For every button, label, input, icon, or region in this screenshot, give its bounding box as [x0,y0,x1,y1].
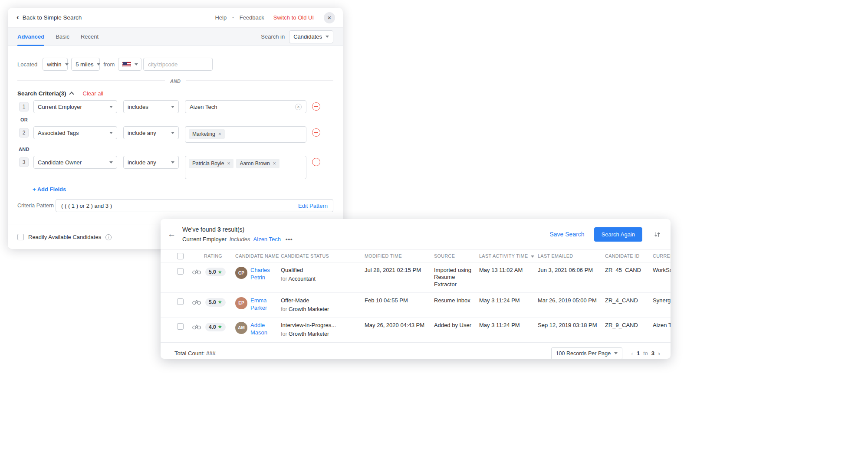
criteria-operator-select[interactable]: include any [123,126,179,139]
search-in-select[interactable]: Candidates [289,30,333,43]
criteria-field-select[interactable]: Associated Tags [33,126,117,139]
results-actions: Save Search Search Again [549,227,661,242]
remove-criteria-button[interactable] [312,128,320,137]
column-rating[interactable]: RATING [192,253,235,259]
avatar: EP [235,297,247,309]
readily-available-checkbox[interactable] [17,234,24,240]
quick-view-icon[interactable] [192,269,201,276]
rating-badge: 5.0★ [205,298,226,307]
criteria-field-select[interactable]: Candidate Owner [33,156,117,169]
page-range-to: to [643,350,648,357]
summary-field: Current Employer [182,236,227,242]
modified-time: May 26, 2020 04:43 PM [365,322,434,328]
tab-advanced[interactable]: Advanced [17,28,44,46]
more-options-icon[interactable]: ••• [286,236,293,242]
owner-chip[interactable]: Patricia Boyle × [189,159,233,168]
switch-to-old-ui-button[interactable]: Switch to Old UI [273,14,314,21]
search-again-button[interactable]: Search Again [594,227,642,242]
remove-chip-icon[interactable]: × [227,161,230,166]
criteria-pattern-value: ( ( ( 1 ) or 2 ) and 3 ) [61,203,112,209]
criteria-number-badge: 3 [19,157,29,167]
column-current-employer[interactable]: CURRENT [653,253,671,259]
column-source[interactable]: SOURCE [434,253,479,259]
collapse-icon[interactable] [69,92,74,96]
column-candidate-name[interactable]: CANDIDATE NAME [235,253,281,259]
chevron-down-icon [326,36,329,38]
back-arrow-icon[interactable]: ← [168,229,182,239]
sort-caret-icon[interactable] [531,255,534,258]
criteria-operator-select[interactable]: include any [123,156,179,169]
summary-operator: includes [230,236,250,242]
criteria-pattern-input[interactable]: ( ( ( 1 ) or 2 ) and 3 ) Edit Pattern [56,199,333,212]
tag-chip[interactable]: Marketing × [189,129,225,139]
criteria-chip-box[interactable]: Marketing × [185,126,306,143]
row-checkbox[interactable] [177,268,184,275]
candidate-status: Offer-Made [281,297,360,305]
add-fields-link[interactable]: + Add Fields [33,186,66,193]
info-icon[interactable]: i [105,234,112,240]
candidate-name-link[interactable]: Charles Petrin [250,267,280,282]
remove-criteria-button[interactable] [312,102,320,111]
and-divider-label: AND [165,79,186,84]
current-employer: Aizen Te [653,322,671,328]
criteria-pattern-label: Criteria Pattern [17,203,56,209]
for-label: for [281,306,287,312]
next-page-icon[interactable]: › [658,350,660,357]
back-to-simple-search[interactable]: ‹ Back to Simple Search [16,14,82,21]
close-button[interactable]: × [324,12,335,23]
clear-all-link[interactable]: Clear all [83,90,104,97]
edit-pattern-link[interactable]: Edit Pattern [298,203,328,209]
feedback-link[interactable]: Feedback [240,14,264,21]
chevron-left-icon: ‹ [16,13,19,21]
column-candidate-status[interactable]: CANDIDATE STATUS [281,253,365,259]
last-emailed: Jun 3, 2021 06:06 PM [538,267,605,273]
distance-select[interactable]: 5 miles [71,58,100,71]
pagination: ‹ 1 to 3 › [631,350,660,357]
tab-basic[interactable]: Basic [56,28,69,46]
select-all-checkbox[interactable] [177,253,184,259]
prev-page-icon[interactable]: ‹ [631,350,633,357]
criteria-number-badge: 1 [19,102,29,111]
row-checkbox[interactable] [177,298,184,305]
last-emailed: Sep 12, 2019 03:18 PM [538,322,605,328]
current-employer: Synergy [653,297,671,304]
quick-view-icon[interactable] [192,299,201,306]
total-count: Total Count: ### [174,350,216,357]
star-icon: ★ [218,300,222,305]
city-zipcode-input[interactable] [143,58,213,71]
candidate-id: ZR_9_CAND [605,322,653,328]
page-range-end: 3 [651,350,654,357]
save-search-link[interactable]: Save Search [549,231,584,238]
criteria-operator-select[interactable]: includes [123,100,179,113]
column-modified-time[interactable]: MODIFIED TIME [365,253,434,259]
field-value: Current Employer [38,104,82,110]
column-candidate-id[interactable]: CANDIDATE ID [605,253,653,259]
star-icon: ★ [218,270,222,275]
sort-icon[interactable] [654,231,661,238]
records-per-page-select[interactable]: 100 Records Per Page [551,347,622,359]
criteria-chip-box[interactable]: Patricia Boyle × Aaron Brown × [185,156,306,179]
owner-chip[interactable]: Aaron Brown × [236,159,279,168]
remove-chip-icon[interactable]: × [218,131,221,137]
candidate-name-link[interactable]: Addie Mason [250,322,280,337]
tab-recent[interactable]: Recent [81,28,99,46]
located-within-select[interactable]: within [43,58,68,71]
candidate-name-link[interactable]: Emma Parker [250,297,280,312]
country-select[interactable] [118,58,141,71]
quick-view-icon[interactable] [192,324,201,331]
criteria-value-input[interactable]: Aizen Tech × [185,100,306,113]
chevron-down-icon [97,63,100,65]
help-link[interactable]: Help [215,14,227,21]
clear-value-icon[interactable]: × [295,104,302,110]
close-icon: × [328,14,332,21]
criteria-field-select[interactable]: Current Employer [33,100,117,113]
remove-chip-icon[interactable]: × [273,161,276,166]
column-last-emailed[interactable]: LAST EMAILED [538,253,605,259]
remove-criteria-button[interactable] [312,158,320,166]
row-checkbox[interactable] [177,323,184,330]
rating-value: 4.0 [209,324,216,330]
last-emailed: Mar 26, 2019 05:00 PM [538,297,605,304]
column-last-activity-time[interactable]: LAST ACTIVITY TIME [479,253,538,259]
candidate-id: ZR_4_CAND [605,297,653,304]
candidate-status: Interview-in-Progres... [281,322,360,329]
